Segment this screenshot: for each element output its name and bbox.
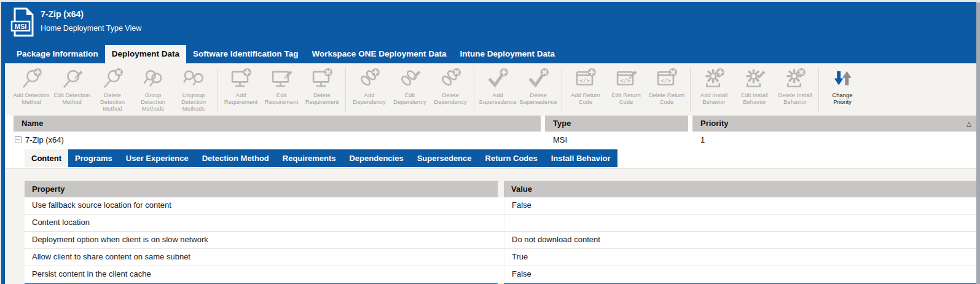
main-tab-deployment-data[interactable]: Deployment Data <box>105 45 186 63</box>
ribbon-toolbar: Add Detection MethodEdit Detection Metho… <box>5 63 976 116</box>
property-row-allow-client-to-share-content-on-same-subnet[interactable]: Allow client to share content on same su… <box>25 249 976 266</box>
toolbar-button-label: Add Return Code <box>566 92 605 105</box>
edit-detection-method-button[interactable]: Edit Detection Method <box>52 63 92 116</box>
delete-supersedence-button[interactable]: Delete Supersedence <box>518 63 559 116</box>
property-row-use-fallback-source-location-for-content[interactable]: Use fallback source location for content… <box>25 197 976 215</box>
codewin-icon: </> <box>574 67 597 92</box>
magnifier-icon <box>60 67 84 92</box>
window-right-border <box>976 2 980 284</box>
toolbar-button-label: Group Detection Methods <box>133 92 173 112</box>
add-dependency-button[interactable]: Add Dependency <box>349 63 390 116</box>
toolbar-button-label: Edit Install Behavior <box>735 92 774 105</box>
gear-icon <box>783 67 807 92</box>
ungroup-detection-methods-button[interactable]: Ungroup Detection Methods <box>173 63 214 116</box>
property-value-cell <box>504 215 976 231</box>
delete-dependency-button[interactable]: Delete Dependency <box>430 63 471 116</box>
edit-requirement-button[interactable]: Edit Requirement <box>261 63 302 116</box>
property-value-cell: False <box>504 197 976 214</box>
toolbar-button-label: Edit Detection Method <box>52 92 92 105</box>
deployment-row[interactable]: − 7-Zip (x64) MSI 1 <box>14 132 976 148</box>
toolbar-button-label: Delete Detection Method <box>93 92 132 112</box>
property-name-cell: Content location <box>25 215 498 231</box>
edit-return-code-button[interactable]: </>Edit Return Code <box>606 63 646 116</box>
msi-icon-label: MSI <box>15 23 27 30</box>
chain-icon <box>398 67 421 92</box>
window-title: 7-Zip (x64) <box>41 9 84 19</box>
detail-tab-detection-method[interactable]: Detection Method <box>195 149 276 167</box>
detail-tab-content[interactable]: Content <box>25 149 68 167</box>
change-priority-button[interactable]: Change Priority <box>822 63 863 116</box>
codewin-icon: </> <box>655 67 678 92</box>
svg-text:</>: </> <box>620 77 630 84</box>
main-tab-software-identification-tag[interactable]: Software Identification Tag <box>186 45 305 63</box>
column-header-value[interactable]: Value <box>504 181 976 197</box>
detail-tab-supersedence[interactable]: Supersedence <box>410 149 479 167</box>
toolbar-button-label: Add Requirement <box>221 92 261 105</box>
property-table-header: Property Value <box>25 181 976 197</box>
group-detection-methods-button[interactable]: Group Detection Methods <box>133 63 173 116</box>
column-header-name[interactable]: Name <box>14 116 541 132</box>
toolbar-button-label: Edit Dependency <box>390 92 429 105</box>
gear-icon <box>702 67 726 92</box>
property-value-cell: False <box>504 266 976 283</box>
detail-tab-install-behavior[interactable]: Install Behavior <box>544 149 617 167</box>
detail-tab-requirements[interactable]: Requirements <box>276 149 343 167</box>
svg-text:</>: </> <box>579 77 590 84</box>
property-row-deployment-option-when-client-is-on-slow-network[interactable]: Deployment option when client is on slow… <box>25 232 976 249</box>
monitor-icon <box>270 67 293 92</box>
check-icon <box>486 67 509 92</box>
edit-dependency-button[interactable]: Edit Dependency <box>390 63 430 116</box>
content-area: Add Detection MethodEdit Detection Metho… <box>5 63 976 284</box>
column-header-property[interactable]: Property <box>25 181 498 197</box>
deployment-name-cell: 7-Zip (x64) <box>25 135 64 144</box>
add-supersedence-button[interactable]: Add Supersedence <box>477 63 518 116</box>
toolbar-button-label: Add Dependency <box>350 92 389 105</box>
title-bar: MSI 7-Zip (x64) Home Deployment Type Vie… <box>1 2 976 63</box>
toolbar-button-label: Delete Requirement <box>302 92 342 105</box>
chain-icon <box>358 67 381 92</box>
magnifier-icon <box>101 67 124 92</box>
toolbar-button-label: Delete Install Behavior <box>775 92 815 105</box>
detail-tab-user-experience[interactable]: User Experience <box>119 149 195 167</box>
delete-return-code-button[interactable]: </>Delete Return Code <box>646 63 687 116</box>
deployment-grid: Name Type Priority △ − 7-Zip (x64) MSI 1 <box>5 116 976 148</box>
gear-icon <box>743 67 766 92</box>
toolbar-button-label: Add Install Behavior <box>694 92 734 105</box>
detail-tabs-strip: ContentProgramsUser ExperienceDetection … <box>5 148 976 168</box>
svg-text:</>: </> <box>661 77 671 84</box>
deployment-type-cell: MSI <box>545 135 688 144</box>
column-header-priority[interactable]: Priority △ <box>692 116 976 132</box>
property-row-content-location[interactable]: Content location <box>25 215 976 232</box>
detail-tab-dependencies[interactable]: Dependencies <box>342 149 410 167</box>
detail-tab-bar: ContentProgramsUser ExperienceDetection … <box>25 149 617 167</box>
toolbar-group-separator <box>217 67 218 112</box>
detail-tab-return-codes[interactable]: Return Codes <box>479 149 544 167</box>
toolbar-group-separator <box>562 67 562 112</box>
column-header-priority-label: Priority <box>700 119 729 128</box>
toolbar-button-label: Edit Return Code <box>606 92 646 105</box>
toolbar-button-label: Add Supersedence <box>478 92 517 105</box>
toolbar-button-label: Delete Dependency <box>431 92 470 105</box>
main-tab-workspace-one-deployment-data[interactable]: Workspace ONE Deployment Data <box>305 45 453 63</box>
add-detection-method-button[interactable]: Add Detection Method <box>11 63 52 116</box>
column-header-type[interactable]: Type <box>545 116 688 132</box>
deployment-grid-header: Name Type Priority △ <box>14 116 976 132</box>
property-row-persist-content-in-the-client-cache[interactable]: Persist content in the client cacheFalse <box>25 266 976 283</box>
delete-requirement-button[interactable]: Delete Requirement <box>302 63 342 116</box>
main-tab-package-information[interactable]: Package Information <box>10 45 105 63</box>
property-name-cell: Use fallback source location for content <box>25 197 498 214</box>
edit-install-behavior-button[interactable]: Edit Install Behavior <box>734 63 775 116</box>
window-subtitle: Home Deployment Type View <box>41 24 141 33</box>
toolbar-button-label: Ungroup Detection Methods <box>174 92 213 112</box>
delete-detection-method-button[interactable]: Delete Detection Method <box>92 63 133 116</box>
main-tab-intune-deployment-data[interactable]: Intune Deployment Data <box>453 45 562 63</box>
add-install-behavior-button[interactable]: Add Install Behavior <box>694 63 734 116</box>
toolbar-button-label: Edit Requirement <box>262 92 301 105</box>
add-return-code-button[interactable]: </>Add Return Code <box>565 63 606 116</box>
delete-install-behavior-button[interactable]: Delete Install Behavior <box>775 63 815 116</box>
msi-package-icon: MSI <box>9 7 36 37</box>
detail-tab-programs[interactable]: Programs <box>68 149 119 167</box>
monitor-icon <box>310 67 334 92</box>
collapse-expander-icon[interactable]: − <box>15 136 22 143</box>
add-requirement-button[interactable]: Add Requirement <box>221 63 261 116</box>
